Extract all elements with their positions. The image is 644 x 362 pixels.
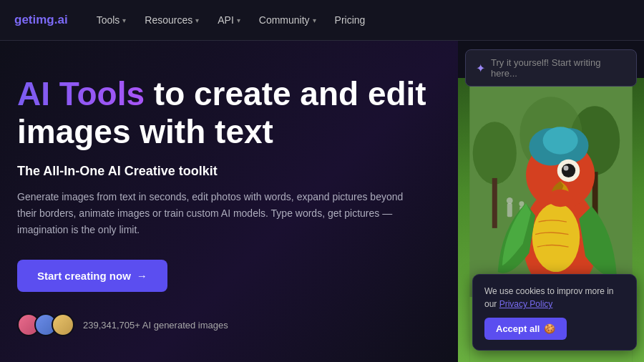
svg-point-10	[519, 201, 524, 206]
cta-label: Start creating now	[37, 270, 131, 282]
svg-point-19	[532, 203, 580, 272]
chevron-down-icon: ▾	[237, 16, 240, 24]
cta-arrow-icon: →	[137, 270, 147, 282]
nav-api[interactable]: API ▾	[209, 10, 249, 30]
svg-rect-5	[492, 178, 497, 228]
social-proof: 239,341,705+ AI generated images	[17, 313, 429, 336]
nav-items: Tools ▾ Resources ▾ API ▾ Community ▾ Pr…	[88, 10, 630, 30]
sparkle-icon: ✦	[476, 62, 485, 75]
accept-cookies-button[interactable]: Accept all 🍪	[484, 318, 567, 340]
chevron-down-icon: ▾	[195, 16, 199, 24]
navbar: getimg.ai Tools ▾ Resources ▾ API ▾ Comm…	[0, 0, 644, 41]
cookie-text: We use cookies to improv more in our Pri…	[484, 285, 625, 310]
hero-title: AI Tools to create and edit images with …	[17, 75, 429, 151]
social-proof-text: 239,341,705+ AI generated images	[83, 320, 228, 331]
cookie-icon: 🍪	[544, 323, 555, 334]
svg-point-18	[563, 165, 568, 170]
nav-resources[interactable]: Resources ▾	[136, 10, 208, 30]
chevron-down-icon: ▾	[122, 16, 126, 24]
hero-description: Generate images from text in seconds, ed…	[17, 189, 418, 238]
try-input-placeholder: Try it yourself! Start writing here...	[491, 57, 626, 79]
logo-text: getimg.ai	[14, 13, 68, 26]
hero-section: AI Tools to create and edit images with …	[0, 41, 458, 362]
start-creating-button[interactable]: Start creating now →	[17, 260, 167, 292]
chevron-down-icon: ▾	[313, 16, 316, 24]
logo[interactable]: getimg.ai	[14, 13, 68, 27]
privacy-policy-link[interactable]: Privacy Policy	[499, 299, 553, 309]
try-input-bar[interactable]: ✦ Try it yourself! Start writing here...	[465, 49, 637, 87]
hero-subtitle: The All-In-One AI Creative toolkit	[17, 164, 429, 179]
nav-pricing[interactable]: Pricing	[326, 10, 374, 30]
svg-point-15	[543, 127, 578, 154]
accept-label: Accept all	[496, 323, 540, 334]
right-panel: ✦ Try it yourself! Start writing here...	[458, 41, 644, 362]
nav-tools[interactable]: Tools ▾	[88, 10, 135, 30]
hero-title-gradient: AI Tools	[17, 75, 145, 112]
svg-rect-7	[507, 203, 512, 217]
svg-point-8	[507, 197, 513, 204]
avatar-group	[17, 313, 74, 336]
avatar	[52, 313, 74, 336]
svg-point-17	[562, 164, 575, 177]
main-content: AI Tools to create and edit images with …	[0, 41, 644, 362]
cookie-banner: We use cookies to improv more in our Pri…	[472, 274, 637, 351]
nav-community[interactable]: Community ▾	[250, 10, 325, 30]
svg-point-1	[473, 122, 517, 184]
svg-point-20	[548, 190, 573, 207]
